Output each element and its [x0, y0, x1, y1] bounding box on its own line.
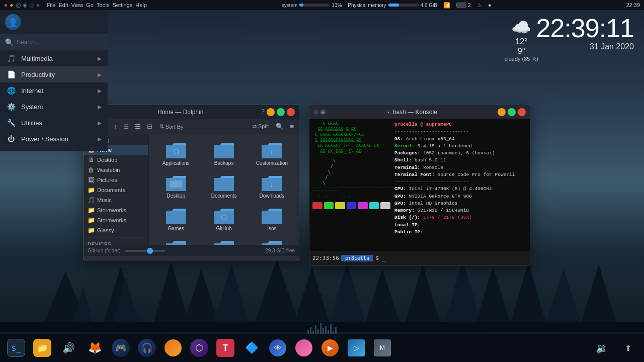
- sidebar-place-music[interactable]: 🎵 Music: [84, 195, 148, 205]
- dolphin-window: ☰ Home — Dolphin ? − □ × ← → ↑ ⊞ ☰ ⊟ ⇅ S…: [83, 105, 299, 260]
- arc-app-icon: [295, 339, 313, 357]
- kernel-line: Kernel: 5.4.15.a-1-hardened: [394, 143, 527, 150]
- sidebar-place-wastebin[interactable]: 🗑 Wastebin: [84, 165, 148, 175]
- taskbar-app-headset[interactable]: 🎧: [135, 336, 159, 360]
- tools-menu-item[interactable]: Tools: [97, 2, 110, 8]
- more-button[interactable]: ≡: [288, 122, 296, 131]
- taskbar-app-vscode[interactable]: 🔷: [239, 336, 264, 360]
- file-item-isos[interactable]: Isos: [249, 204, 295, 234]
- sidebar-place-documents[interactable]: 📁 Documents: [84, 185, 148, 195]
- color-block-blue: [347, 202, 357, 209]
- file-item-music[interactable]: ♪ Music: [153, 236, 199, 245]
- taskbar-app-typora[interactable]: T: [213, 336, 237, 360]
- dolphin-minimize-button[interactable]: −: [267, 108, 275, 116]
- taskbar-expand[interactable]: ⬆: [616, 336, 640, 360]
- art-line-9: \: [312, 169, 390, 175]
- konsole-close-button[interactable]: ×: [518, 108, 526, 116]
- menu-item-internet[interactable]: 🌐 Internet ▶: [0, 82, 108, 99]
- file-item-games[interactable]: Games: [153, 204, 199, 234]
- toolbar-right: ⧉ Split 🔍 ≡: [250, 122, 296, 131]
- taskbar-app-firefox[interactable]: 🦊: [83, 336, 107, 360]
- kernel-value: 5.4.15.a-1-hardened: [418, 143, 472, 149]
- split-button[interactable]: ⧉ Split: [250, 122, 272, 131]
- menu-item-productivity[interactable]: 📄 Productivity ▶: [0, 66, 108, 82]
- svg-text:⬡: ⬡: [221, 213, 227, 221]
- music-icon: 🎵: [88, 197, 95, 204]
- konsole-titlebar[interactable]: ☰ ~: bash — Konsole − □ ×: [309, 105, 530, 119]
- taskbar-app-unknown1[interactable]: M: [370, 336, 394, 360]
- view-icons-button[interactable]: ⊞: [121, 122, 131, 131]
- dolphin-maximize-button[interactable]: □: [277, 108, 285, 116]
- konsole-maximize-button[interactable]: □: [508, 108, 516, 116]
- sidebar-place-desktop[interactable]: 🖥 Desktop: [84, 155, 148, 165]
- taskbar-speaker[interactable]: 🔉: [590, 336, 614, 360]
- file-item-pictures[interactable]: 🖼 Pictures: [201, 236, 247, 245]
- sidebar-place-stormworks2[interactable]: 📁 Stormworks: [84, 215, 148, 225]
- volume-icon: 🔊: [62, 342, 75, 354]
- zoom-slider[interactable]: [125, 250, 165, 252]
- taskbar-app-falkon[interactable]: 👁: [266, 336, 290, 360]
- menu-item-power[interactable]: ⏻ Power / Session ▶: [0, 131, 108, 147]
- taskbar-app-volume[interactable]: 🔊: [56, 336, 80, 360]
- power-icon: ⏻: [6, 134, 16, 144]
- taskbar-app-arc[interactable]: [292, 336, 316, 360]
- settings-menu-item[interactable]: Settings: [112, 2, 132, 8]
- file-item-downloads[interactable]: ↓ Downloads: [249, 171, 295, 202]
- help-menu-item[interactable]: Help: [135, 2, 147, 8]
- taskbar-app-github[interactable]: ⬡: [187, 336, 211, 360]
- taskbar-app-orange[interactable]: [161, 336, 185, 360]
- memory-value: 4.6 GiB: [421, 3, 437, 8]
- view-details-button[interactable]: ⊟: [145, 122, 154, 131]
- file-item-customization[interactable]: ↓ Customization: [249, 138, 295, 169]
- dolphin-window-controls[interactable]: ? − □ ×: [261, 108, 295, 116]
- sidebar-place-pictures[interactable]: 🖼 Pictures: [84, 175, 148, 185]
- menu-item-utilities[interactable]: 🔧 Utilities ▶: [0, 115, 108, 131]
- info-dashes-2: --------------------------: [394, 178, 527, 186]
- file-item-github[interactable]: ⬡ GitHub: [201, 204, 247, 234]
- weather-widget: ☁️ 12° 9° cloudy (85 %): [505, 18, 538, 62]
- file-item-desktop[interactable]: Desktop: [153, 171, 199, 202]
- search-button[interactable]: 🔍: [274, 122, 286, 131]
- sidebar-place-stormworks1[interactable]: 📁 Stormworks: [84, 205, 148, 215]
- app-menu-search-bar[interactable]: 🔍: [0, 34, 108, 50]
- dolphin-help-icon[interactable]: ?: [261, 108, 265, 116]
- menu-item-power-label: Power / Session: [21, 135, 68, 143]
- menu-item-multimedia[interactable]: 🎵 Multimedia ▶: [0, 50, 108, 66]
- file-item-documents[interactable]: Documents: [201, 171, 247, 202]
- file-item-applications[interactable]: ⬡ Applications: [153, 138, 199, 169]
- power-arrow: ▶: [98, 136, 102, 142]
- sidebar-place-glassy[interactable]: 📁 Glassy: [84, 225, 148, 235]
- files-app-icon: 📁: [33, 339, 51, 357]
- zoom-slider-thumb[interactable]: [147, 248, 153, 254]
- up-button[interactable]: ↑: [112, 122, 119, 131]
- menu-item-system[interactable]: ⚙️ System ▶: [0, 99, 108, 115]
- taskbar-app-files[interactable]: 📁: [30, 336, 54, 360]
- konsole-window-controls[interactable]: − □ ×: [498, 108, 526, 116]
- topbar-time: 22:39: [626, 2, 640, 8]
- warning-icon: ⚠: [477, 2, 482, 9]
- unknown1-app-icon: M: [373, 339, 391, 357]
- taskbar-app-latte[interactable]: ▶: [318, 336, 342, 360]
- github-folder-icon: ⬡: [214, 207, 234, 224]
- viz-bar-12: [335, 327, 337, 334]
- taskbar-app-terminal[interactable]: $_: [4, 336, 28, 360]
- edit-menu-item[interactable]: Edit: [58, 2, 68, 8]
- go-menu-item[interactable]: Go: [86, 2, 94, 8]
- taskbar-app-plasma[interactable]: ▷: [344, 336, 368, 360]
- view-list-button[interactable]: ☰: [133, 122, 143, 131]
- file-menu-item[interactable]: File: [47, 2, 56, 8]
- dolphin-titlebar[interactable]: ☰ Home — Dolphin ? − □ ×: [84, 105, 299, 119]
- sort-button[interactable]: ⇅ Sort By: [156, 122, 187, 131]
- taskbar-app-steam[interactable]: 🎮: [109, 336, 133, 360]
- view-menu-item[interactable]: View: [71, 2, 83, 8]
- konsole-minimize-button[interactable]: −: [498, 108, 506, 116]
- file-item-backups[interactable]: Backups: [201, 138, 247, 169]
- headset-icon: 🎧: [141, 342, 152, 353]
- weather-icon: ☁️: [505, 18, 538, 37]
- dolphin-close-button[interactable]: ×: [287, 108, 295, 116]
- os-line: OS: Arch Linux x86_64: [394, 136, 527, 143]
- search-input[interactable]: [17, 39, 103, 46]
- svg-marker-6: [181, 269, 221, 332]
- games-folder-icon: [166, 207, 186, 224]
- file-item-scripts[interactable]: Scripts: [249, 236, 295, 245]
